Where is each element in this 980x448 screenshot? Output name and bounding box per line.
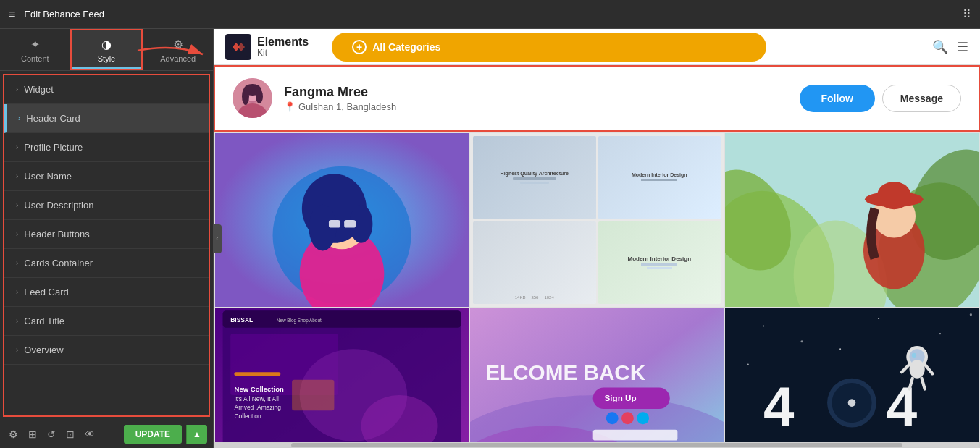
svg-point-55 — [878, 318, 879, 319]
elements-kit-logo: Elements Kit — [225, 34, 309, 60]
topbar-right: 🔍 ☰ — [932, 39, 968, 55]
svg-rect-29 — [223, 310, 461, 327]
main-layout: ✦ Content ◑ Style ⚙ Advanced › Widget › … — [0, 29, 980, 448]
svg-text:New Collection: New Collection — [235, 385, 284, 393]
svg-point-48 — [621, 412, 634, 424]
sidebar-item-feed-card[interactable]: › Feed Card — [4, 278, 209, 307]
tab-content[interactable]: ✦ Content — [0, 29, 70, 70]
elementor-topbar: Elements Kit + All Categories 🔍 ☰ — [214, 29, 980, 65]
grid-item-4[interactable]: BISSAL New Blog Shop About New Collectio… — [215, 308, 469, 442]
sidebar-item-profile-picture-label: Profile Picture — [24, 142, 197, 153]
svg-point-49 — [637, 412, 649, 424]
grid-item-6[interactable]: 4 4 — [725, 308, 979, 442]
svg-text:4: 4 — [887, 376, 918, 437]
search-icon[interactable]: 🔍 — [932, 39, 948, 55]
update-arrow-button[interactable]: ▲ — [186, 425, 207, 444]
image-grid: Highest Quality Architecture Modern Inte… — [214, 132, 980, 442]
sidebar-item-cards-container-label: Cards Container — [24, 258, 197, 269]
ek-logo-text-block: Elements Kit — [257, 35, 309, 59]
history-icon[interactable]: ↺ — [44, 426, 59, 443]
sidebar-nav: › Widget › Header Card › Profile Picture… — [3, 74, 210, 417]
sidebar-item-profile-picture[interactable]: › Profile Picture — [4, 133, 209, 162]
profile-avatar — [233, 78, 272, 118]
sidebar-item-widget[interactable]: › Widget — [4, 75, 209, 104]
page-title: Edit Behance Feed — [24, 9, 954, 20]
grid-icon[interactable]: ⠿ — [963, 7, 971, 21]
sidebar-item-user-description[interactable]: › User Description — [4, 191, 209, 220]
arch-thumb-4: Modern Interior Design — [598, 221, 721, 305]
svg-rect-15 — [329, 220, 340, 228]
svg-text:ELCOME BACK: ELCOME BACK — [485, 360, 646, 384]
svg-point-58 — [747, 364, 749, 365]
content-tab-icon: ✦ — [30, 38, 40, 51]
behance-header: Fangma Mree 📍 Gulshan 1, Bangladesh Foll… — [215, 67, 979, 130]
settings-icon[interactable]: ⚙ — [6, 426, 21, 443]
sidebar-item-overview[interactable]: › Overview — [4, 336, 209, 365]
responsive-icon[interactable]: ⊡ — [63, 426, 78, 443]
tab-style[interactable]: ◑ Style — [70, 29, 143, 70]
svg-point-63 — [848, 399, 856, 407]
arch-thumb-2: Modern Interior Design — [598, 136, 721, 219]
svg-point-13 — [309, 205, 336, 251]
horizontal-scrollbar[interactable] — [214, 442, 980, 448]
svg-text:It's All New, It All: It's All New, It All — [235, 395, 280, 402]
sidebar-item-header-buttons[interactable]: › Header Buttons — [4, 220, 209, 249]
preview-icon[interactable]: 👁 — [82, 426, 98, 443]
update-button[interactable]: UPDATE — [124, 425, 182, 444]
content-area: Elements Kit + All Categories 🔍 ☰ — [214, 29, 980, 448]
hamburger-menu-icon[interactable]: ≡ — [9, 8, 15, 21]
svg-rect-40 — [292, 380, 334, 410]
grid-item-5[interactable]: ELCOME BACK Sign Up — [470, 308, 724, 442]
svg-point-59 — [839, 348, 841, 350]
svg-rect-50 — [593, 430, 678, 441]
svg-point-67 — [912, 353, 916, 358]
sidebar-item-header-card[interactable]: › Header Card — [4, 104, 209, 133]
layers-icon[interactable]: ⊞ — [25, 426, 40, 443]
location-icon: 📍 — [284, 101, 296, 112]
follow-button[interactable]: Follow — [800, 85, 875, 112]
tab-content-label: Content — [21, 54, 49, 63]
all-categories-button[interactable]: + All Categories — [332, 33, 766, 62]
sidebar-item-card-title[interactable]: › Card Title — [4, 307, 209, 336]
ek-logo-icon — [225, 34, 251, 60]
sidebar-item-widget-label: Widget — [24, 84, 197, 95]
sidebar-item-user-name[interactable]: › User Name — [4, 162, 209, 191]
svg-text:New  Blog  Shop  About: New Blog Shop About — [277, 318, 322, 324]
message-button[interactable]: Message — [882, 85, 961, 112]
svg-point-7 — [256, 89, 263, 103]
chevron-right-icon-10: › — [16, 346, 18, 354]
menu-icon[interactable]: ☰ — [957, 39, 968, 55]
bottom-toolbar: ⚙ ⊞ ↺ ⊡ 👁 UPDATE ▲ — [0, 420, 213, 448]
sidebar-item-user-description-label: User Description — [24, 200, 197, 211]
svg-point-54 — [800, 340, 803, 342]
svg-text:BISSAL: BISSAL — [230, 316, 253, 324]
chevron-right-icon-3: › — [16, 143, 18, 151]
sidebar: ✦ Content ◑ Style ⚙ Advanced › Widget › … — [0, 29, 214, 448]
arch-thumb-3: 14KB3561024 — [473, 221, 596, 305]
chevron-right-icon-2: › — [18, 114, 20, 122]
svg-rect-16 — [344, 220, 356, 228]
svg-point-56 — [939, 333, 941, 334]
svg-point-6 — [242, 88, 249, 105]
sidebar-collapse-handle[interactable]: ‹ — [213, 224, 222, 253]
svg-text:4: 4 — [763, 376, 795, 437]
svg-point-57 — [970, 313, 972, 316]
chevron-right-icon-4: › — [16, 172, 18, 180]
svg-point-47 — [606, 412, 619, 424]
svg-point-53 — [763, 325, 764, 326]
grid-item-3[interactable] — [725, 133, 979, 307]
svg-point-68 — [910, 360, 925, 378]
sidebar-item-user-name-label: User Name — [24, 171, 197, 182]
profile-info: Fangma Mree 📍 Gulshan 1, Bangladesh — [284, 85, 788, 112]
profile-name: Fangma Mree — [284, 85, 788, 100]
ek-logo-sub: Kit — [257, 48, 309, 58]
profile-buttons: Follow Message — [800, 85, 961, 112]
sidebar-item-cards-container[interactable]: › Cards Container — [4, 249, 209, 278]
svg-text:Arrived ,Amazing: Arrived ,Amazing — [235, 404, 282, 411]
tab-advanced[interactable]: ⚙ Advanced — [143, 29, 213, 70]
grid-item-2[interactable]: Highest Quality Architecture Modern Inte… — [470, 133, 724, 307]
preview-area: Fangma Mree 📍 Gulshan 1, Bangladesh Foll… — [214, 65, 980, 442]
sidebar-item-overview-label: Overview — [24, 345, 197, 355]
grid-item-1[interactable] — [215, 133, 469, 307]
advanced-tab-icon: ⚙ — [173, 38, 183, 51]
